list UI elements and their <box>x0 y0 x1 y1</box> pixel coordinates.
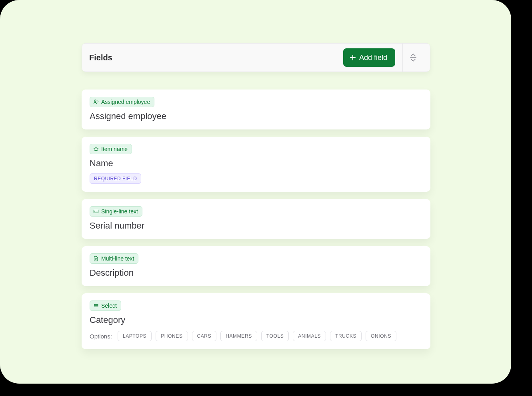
add-field-button[interactable]: Add field <box>343 48 395 67</box>
field-type-label: Single-line text <box>101 208 138 215</box>
options-label: Options: <box>90 333 112 340</box>
field-name: Name <box>90 158 422 169</box>
field-type-pill: Select <box>90 300 121 311</box>
field-type-label: Assigned employee <box>101 99 150 105</box>
reorder-button[interactable] <box>403 48 424 67</box>
required-badge: REQUIRED FIELD <box>90 173 141 184</box>
option-chip: PHONES <box>156 331 188 341</box>
field-name: Assigned employee <box>90 111 422 121</box>
field-type-pill: Multi-line text <box>90 253 138 264</box>
svg-point-9 <box>94 306 95 307</box>
field-type-label: Item name <box>101 146 128 152</box>
field-card[interactable]: Item nameNameREQUIRED FIELD <box>82 137 430 192</box>
fields-header: Fields Add field <box>82 43 430 72</box>
header-title: Fields <box>89 53 343 62</box>
field-name: Category <box>90 315 422 325</box>
option-chip: HAMMERS <box>220 331 257 341</box>
star-icon <box>93 146 99 152</box>
svg-point-1 <box>94 100 96 101</box>
field-name: Description <box>90 268 422 278</box>
field-name: Serial number <box>90 221 422 231</box>
options-row: Options:LAPTOPSPHONESCARSHAMMERSTOOLSANI… <box>90 331 422 341</box>
content-area: Fields Add field Assigned employeeAssign… <box>82 43 430 356</box>
field-card[interactable]: Assigned employeeAssigned employee <box>82 90 430 129</box>
svg-point-7 <box>94 304 95 305</box>
fields-list: Assigned employeeAssigned employeeItem n… <box>82 90 430 349</box>
field-type-pill: Assigned employee <box>90 97 154 107</box>
field-card[interactable]: Multi-line textDescription <box>82 246 430 286</box>
page-canvas: Fields Add field Assigned employeeAssign… <box>0 0 511 384</box>
svg-rect-2 <box>94 210 98 213</box>
option-chip: ANIMALS <box>293 331 326 341</box>
field-type-label: Multi-line text <box>101 255 134 262</box>
field-type-pill: Single-line text <box>90 206 142 217</box>
option-chip: TRUCKS <box>330 331 362 341</box>
user-icon <box>93 99 99 105</box>
list-icon <box>93 303 99 308</box>
field-type-label: Select <box>101 302 117 309</box>
doc-icon <box>93 256 99 261</box>
plus-icon <box>350 54 356 61</box>
option-chip: TOOLS <box>261 331 289 341</box>
field-type-pill: Item name <box>90 144 132 154</box>
option-chip: LAPTOPS <box>118 331 152 341</box>
add-field-label: Add field <box>359 54 387 62</box>
field-card[interactable]: SelectCategoryOptions:LAPTOPSPHONESCARSH… <box>82 293 430 349</box>
text-line-icon <box>93 209 99 214</box>
svg-point-8 <box>94 305 95 306</box>
sort-arrows-icon <box>409 53 417 62</box>
field-card[interactable]: Single-line textSerial number <box>82 199 430 239</box>
option-chip: CARS <box>192 331 217 341</box>
option-chip: ONIONS <box>366 331 396 341</box>
